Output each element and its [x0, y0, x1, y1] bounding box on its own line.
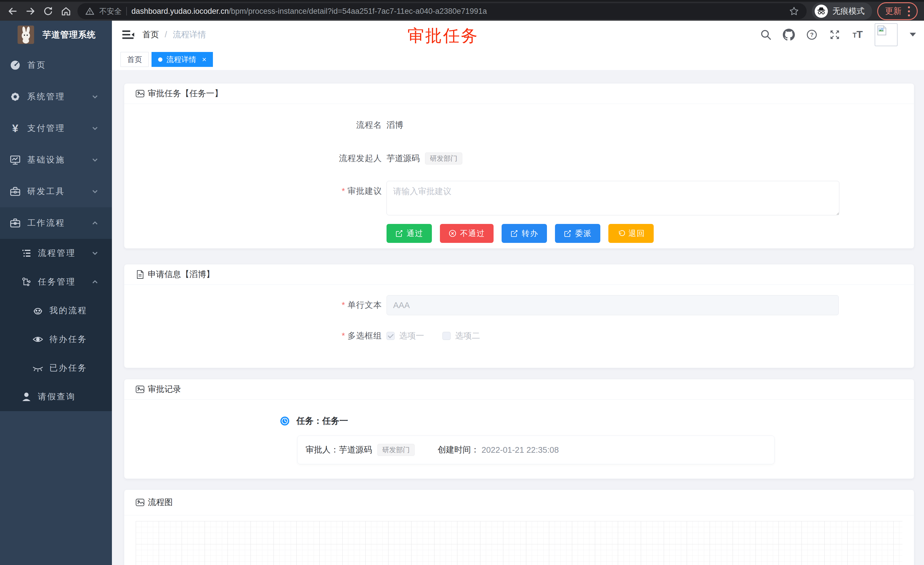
forward-button[interactable] — [24, 5, 37, 18]
workflow-submenu: 流程管理 任务管理 我的流程 待办任务 — [0, 239, 112, 411]
suggest-label: *审批建议 — [124, 181, 382, 197]
fullscreen-icon[interactable] — [829, 29, 841, 41]
created-time-label: 创建时间： — [438, 444, 479, 455]
approval-record-card: 审批记录 任务：任务一 审批人： 芋道源码 研发部门 创建时间： 2022-01… — [124, 379, 914, 479]
bpmn-canvas[interactable] — [136, 521, 903, 565]
monitor-icon — [9, 154, 21, 166]
department-tag: 研发部门 — [425, 152, 462, 164]
approval-task-card-header: 审批任务【任务一】 — [124, 84, 914, 104]
robot-icon — [32, 305, 44, 316]
update-button[interactable]: 更新 — [877, 2, 918, 20]
url-text: dashboard.yudao.iocoder.cn/bpm/process-i… — [131, 7, 784, 16]
task-title: 任务：任务一 — [296, 415, 348, 427]
bookmark-star-icon[interactable] — [789, 6, 799, 17]
suggest-textarea[interactable] — [387, 181, 839, 215]
suggest-row: *审批建议 — [124, 181, 914, 215]
chevron-down-icon — [91, 156, 99, 164]
sidebar-item-my-process[interactable]: 我的流程 — [0, 296, 112, 325]
font-size-icon[interactable]: TT — [852, 29, 864, 41]
approve-button[interactable]: 通过 — [387, 224, 432, 243]
sidebar-item-infra[interactable]: 基础设施 — [0, 144, 112, 176]
breadcrumb-home[interactable]: 首页 — [142, 29, 159, 41]
browser-menu-icon[interactable] — [908, 6, 910, 17]
sidebar-menu: 首页 系统管理 ¥ 支付管理 基础设施 研发工具 — [0, 50, 112, 411]
edit-icon — [510, 229, 518, 237]
approval-record-card-header: 审批记录 — [124, 379, 914, 400]
url-bar[interactable]: 不安全 dashboard.yudao.iocoder.cn/bpm/proce… — [78, 3, 807, 19]
toolbox-icon — [9, 185, 21, 197]
transfer-button[interactable]: 转办 — [502, 224, 547, 243]
sidebar-item-process-mgmt[interactable]: 流程管理 — [0, 239, 112, 267]
application-info-card: 申请信息【滔博】 *单行文本 *多选框组 选项一 选项二 — [124, 264, 914, 368]
update-label: 更新 — [885, 6, 902, 17]
app-logo — [16, 26, 35, 44]
sidebar-item-workflow[interactable]: 工作流程 — [0, 207, 112, 239]
checkbox-group: 选项一 选项二 — [387, 330, 480, 342]
main-content: 审批任务【任务一】 流程名 滔博 流程发起人 芋道源码研发部门 *审批建议 通过 — [112, 70, 924, 565]
github-icon[interactable] — [783, 29, 795, 41]
back-button[interactable] — [6, 5, 19, 18]
initiator-row: 流程发起人 芋道源码研发部门 — [124, 147, 914, 169]
breadcrumb: 首页 / 流程详情 — [142, 21, 206, 48]
security-warning-icon — [85, 6, 95, 16]
approval-task-card: 审批任务【任务一】 流程名 滔博 流程发起人 芋道源码研发部门 *审批建议 通过 — [124, 83, 914, 249]
delegate-button[interactable]: 委派 — [555, 224, 600, 243]
process-name-row: 流程名 滔博 — [124, 114, 914, 136]
tab-home[interactable]: 首页 — [120, 52, 148, 67]
sidebar-item-system[interactable]: 系统管理 — [0, 81, 112, 113]
sidebar-item-payment[interactable]: ¥ 支付管理 — [0, 113, 112, 144]
breadcrumb-separator: / — [165, 30, 167, 39]
sidebar-item-todo-tasks[interactable]: 待办任务 — [0, 325, 112, 354]
approval-buttons: 通过 不通过 转办 委派 退回 — [387, 224, 914, 243]
home-button[interactable] — [60, 5, 72, 18]
department-tag: 研发部门 — [377, 444, 415, 456]
return-button[interactable]: 退回 — [608, 224, 654, 243]
chevron-up-icon — [91, 278, 99, 286]
sidebar-item-devtools[interactable]: 研发工具 — [0, 176, 112, 207]
sidebar-item-leave-query[interactable]: 请假查询 — [0, 382, 112, 411]
single-text-input — [387, 295, 839, 315]
application-info-card-header: 申请信息【滔博】 — [124, 264, 914, 285]
sidebar-item-home[interactable]: 首页 — [0, 50, 112, 81]
process-name-label: 流程名 — [124, 119, 382, 131]
checkbox-checked-icon — [387, 332, 394, 340]
reject-button[interactable]: 不通过 — [440, 224, 494, 243]
org-tree-icon — [21, 276, 32, 288]
card-title: 审批记录 — [148, 383, 181, 395]
chevron-down-icon — [91, 187, 99, 196]
svg-text:?: ? — [810, 32, 813, 38]
active-tab-dot — [158, 57, 162, 62]
tab-process-detail[interactable]: 流程详情 × — [152, 52, 213, 67]
dashboard-icon — [9, 59, 21, 71]
app-header: 首页 / 流程详情 审批任务 ? TT — [112, 21, 924, 49]
incognito-badge: 无痕模式 — [812, 3, 872, 20]
eye-closed-icon — [32, 362, 44, 374]
clock-icon — [280, 416, 290, 426]
chevron-down-icon — [91, 124, 99, 133]
process-diagram-card-header: 流程图 — [124, 490, 914, 515]
user-icon — [21, 391, 32, 403]
process-name-value: 滔博 — [387, 119, 403, 131]
app-title: 芋道管理系统 — [42, 29, 96, 41]
avatar[interactable] — [874, 23, 898, 46]
sidebar-item-done-tasks[interactable]: 已办任务 — [0, 354, 112, 382]
help-icon[interactable]: ? — [806, 29, 818, 41]
incognito-icon — [814, 5, 828, 18]
sidebar-item-task-mgmt[interactable]: 任务管理 — [0, 267, 112, 296]
circle-close-icon — [448, 229, 456, 237]
chevron-down-icon — [91, 92, 99, 101]
reload-button[interactable] — [42, 5, 54, 18]
briefcase-icon — [9, 217, 21, 229]
assignee-value: 芋道源码 — [339, 444, 372, 455]
security-label: 不安全 — [99, 6, 122, 17]
chevron-down-icon[interactable] — [910, 33, 916, 36]
checkbox-option-1: 选项一 — [387, 330, 424, 342]
single-text-row: *单行文本 — [124, 295, 914, 315]
sidebar: 芋道管理系统 首页 系统管理 ¥ 支付管理 基础设施 — [0, 21, 112, 565]
close-tab-icon[interactable]: × — [202, 55, 206, 64]
chevron-up-icon — [91, 219, 99, 227]
search-icon[interactable] — [760, 29, 772, 41]
incognito-label: 无痕模式 — [832, 6, 865, 17]
chevron-down-icon — [91, 249, 99, 257]
collapse-sidebar-button[interactable] — [122, 28, 135, 41]
